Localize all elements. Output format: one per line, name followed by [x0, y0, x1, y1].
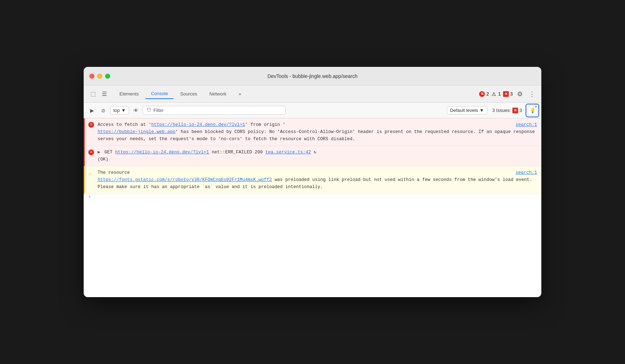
issues-error-sq-icon: ✕ [512, 108, 518, 113]
traffic-lights [89, 74, 110, 79]
error-icon: ✕ [479, 91, 485, 97]
context-selector[interactable]: top ▼ [110, 106, 129, 114]
devtools-window: DevTools - bubble-jingle.web.app/search … [84, 67, 541, 297]
error-entry-icon: ✕ [88, 122, 94, 128]
filter-input-container[interactable]: ⛉ Filter [143, 106, 286, 115]
device-toggle-icon[interactable]: ☰ [99, 89, 109, 99]
error-badge-group: ✕ 2 [479, 91, 489, 97]
console-entry-font-warning: ⚠ search:1 The resource https://fonts.gs… [84, 166, 541, 194]
sidebar-toggle-button[interactable]: ▶ [87, 106, 97, 115]
cors-fetch-link[interactable]: https://hello-io-24.deno.dev/?lvl=1 [151, 122, 245, 127]
warn-icon: ⚠ [491, 91, 497, 97]
filter-icon: ⛉ [147, 108, 151, 113]
highlight-box: 💡 [527, 105, 538, 116]
cors-source-link[interactable]: search:1 [516, 121, 537, 128]
clear-console-button[interactable]: ⊘ [99, 106, 108, 115]
console-prompt[interactable]: › [84, 194, 541, 200]
tab-more[interactable]: » [233, 89, 247, 99]
tab-bar: Elements Console Sources Network » [111, 89, 478, 99]
main-toolbar: ⬚ ☰ Elements Console Sources Network » ✕… [84, 85, 541, 103]
get-url-link[interactable]: https://hello-io-24.deno.dev/?lvl=1 [115, 150, 209, 155]
ai-assistance-button[interactable]: 💡 [527, 105, 538, 116]
levels-chevron-icon: ▼ [479, 108, 484, 113]
reload-icon: ↻ [314, 150, 316, 155]
tea-service-link[interactable]: tea.service.ts:42 [265, 150, 311, 155]
error-count: 2 [486, 91, 489, 97]
close-button[interactable] [89, 74, 94, 79]
window-title: DevTools - bubble-jingle.web.app/search [267, 73, 358, 79]
warn-badge-group: ⚠ 1 [491, 91, 501, 97]
inspect-icon[interactable]: ⬚ [88, 89, 98, 99]
filter-placeholder: Filter [153, 108, 164, 113]
console-toolbar: ▶ ⊘ top ▼ 👁 ⛉ Filter Default levels ▼ 3 … [84, 103, 541, 118]
get-error-text: ▶ GET https://hello-io-24.deno.dev/?lvl=… [98, 149, 537, 163]
font-warning-text: search:1 The resource https://fonts.gsta… [98, 169, 537, 191]
get-error-details: net::ERR_FAILED 200 [212, 150, 265, 155]
issues-count: 3 [510, 91, 513, 97]
issues-badge-group: ✕ 3 [503, 91, 513, 97]
get-ok-text: (OK) [98, 157, 108, 162]
live-expressions-button[interactable]: 👁 [131, 106, 141, 115]
tab-sources[interactable]: Sources [174, 89, 203, 99]
cors-text-from: ' from origin ' [245, 122, 286, 127]
font-source-link[interactable]: search:1 [516, 169, 537, 176]
prompt-arrow-icon: › [88, 194, 91, 200]
minimize-button[interactable] [97, 74, 102, 79]
console-entry-cors-error: ✕ Access to fetch at 'https://hello-io-2… [84, 118, 541, 146]
more-button[interactable]: ⋮ [527, 89, 537, 99]
console-entry-get-error: ✕ ▶ GET https://hello-io-24.deno.dev/?lv… [84, 146, 541, 166]
tab-elements[interactable]: Elements [114, 89, 144, 99]
expand-arrow-icon[interactable]: ▶ [98, 150, 100, 155]
issues-label-group: 3 Issues: ✕ 3 [489, 107, 525, 114]
get-error-entry-icon: ✕ [88, 149, 94, 155]
cors-text-before: Access to fetch at ' [98, 122, 151, 127]
maximize-button[interactable] [105, 74, 110, 79]
console-content: ✕ Access to fetch at 'https://hello-io-2… [84, 118, 541, 297]
chevron-down-icon: ▼ [121, 108, 126, 113]
toolbar-right: ✕ 2 ⚠ 1 ✕ 3 ⚙ ⋮ [479, 89, 537, 99]
levels-label: Default levels [450, 108, 478, 113]
font-text-before: The resource [98, 170, 130, 175]
titlebar: DevTools - bubble-jingle.web.app/search [84, 67, 541, 85]
issues-error-icon: ✕ [503, 91, 509, 97]
issues-badge-count: 3 [520, 108, 522, 113]
warn-entry-icon: ⚠ [88, 170, 91, 178]
tab-network[interactable]: Network [204, 89, 232, 99]
settings-button[interactable]: ⚙ [515, 89, 525, 99]
get-label: GET [104, 150, 115, 155]
bubble-jingle-link[interactable]: https://bubble-jingle.web.app [98, 129, 176, 134]
warn-count: 1 [498, 91, 501, 97]
issues-text: 3 Issues: [492, 108, 511, 113]
context-label: top [113, 108, 120, 113]
font-url-link[interactable]: https://fonts.gstatic.com/s/roboto/v30/K… [98, 177, 272, 182]
cors-error-text: Access to fetch at 'https://hello-io-24.… [98, 121, 537, 143]
tab-console[interactable]: Console [145, 89, 174, 99]
levels-selector[interactable]: Default levels ▼ [447, 106, 487, 114]
